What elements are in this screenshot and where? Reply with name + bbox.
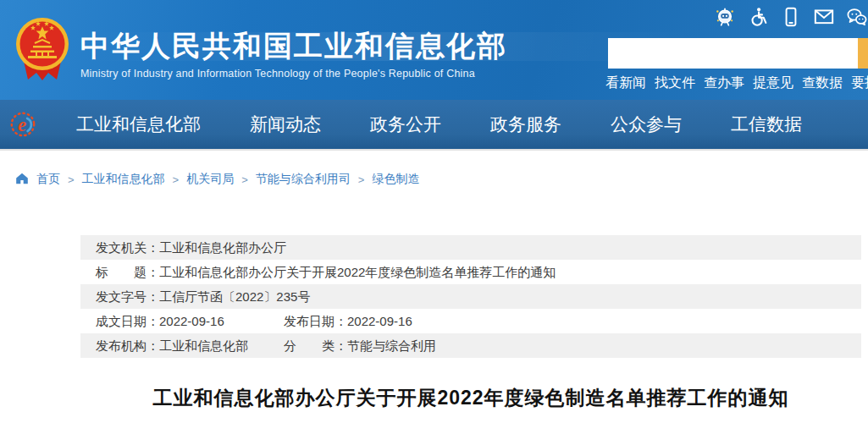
accessibility-icon[interactable] <box>747 6 769 28</box>
search-input[interactable] <box>608 38 858 69</box>
quick-link-5[interactable]: 要投诉 <box>851 74 868 92</box>
doc-field-value: 节能与综合利用 <box>347 338 436 353</box>
mascot-robot-icon[interactable] <box>714 6 736 28</box>
home-icon[interactable] <box>15 172 29 185</box>
doc-field-label: 发文字号： <box>96 289 159 304</box>
nav-item-2[interactable]: 政务公开 <box>370 113 441 136</box>
nav-item-5[interactable]: 工信数据 <box>731 113 802 136</box>
breadcrumb-separator: > <box>241 173 248 186</box>
doc-info-row: 发布机构：工业和信息化部分 类：节能与综合利用 <box>80 333 861 358</box>
doc-field-label: 发布日期： <box>284 314 347 328</box>
breadcrumb-item-4[interactable]: 绿色制造 <box>372 172 419 187</box>
header-utility-icons <box>714 6 868 28</box>
doc-field-label: 标 题： <box>96 265 159 279</box>
doc-field-value: 工业和信息化部办公厅 <box>159 240 286 255</box>
breadcrumb-separator: > <box>173 173 180 186</box>
quick-link-0[interactable]: 看新闻 <box>605 74 646 92</box>
main-nav: e 工业和信息化部新闻动态政务公开政务服务公众参与工信数据 <box>0 100 868 149</box>
doc-info-row: 标 题：工业和信息化部办公厅关于开展2022年度绿色制造名单推荐工作的通知 <box>80 260 861 284</box>
doc-field-value: 工业和信息化部 <box>159 338 248 353</box>
doc-field-label: 分 类： <box>284 338 347 353</box>
mobile-icon[interactable] <box>780 6 802 28</box>
site-titles: 中华人民共和国工业和信息化部 Ministry of Industry and … <box>80 30 507 80</box>
site-search <box>608 38 868 69</box>
quick-link-1[interactable]: 找文件 <box>655 74 695 92</box>
doc-field: 成文日期：2022-09-16 <box>96 309 284 333</box>
doc-field: 标 题：工业和信息化部办公厅关于开展2022年度绿色制造名单推荐工作的通知 <box>96 260 556 284</box>
nav-item-1[interactable]: 新闻动态 <box>250 113 321 136</box>
header-quick-links: 看新闻找文件查办事提意见查数据要投诉 <box>605 74 868 92</box>
search-button[interactable] <box>858 38 868 69</box>
breadcrumb-item-3[interactable]: 节能与综合利用司 <box>256 172 351 187</box>
national-emblem-logo <box>15 15 69 90</box>
nav-item-0[interactable]: 工业和信息化部 <box>76 113 201 136</box>
breadcrumb-separator: > <box>68 173 75 186</box>
doc-info-row: 成文日期：2022-09-16发布日期：2022-09-16 <box>80 309 861 333</box>
article-title: 工业和信息化部办公厅关于开展2022年度绿色制造名单推荐工作的通知 <box>80 385 861 411</box>
site-subtitle-english: Ministry of Industry and Information Tec… <box>80 68 507 80</box>
site-title: 中华人民共和国工业和信息化部 <box>80 30 507 62</box>
quick-link-4[interactable]: 查数据 <box>802 74 843 92</box>
doc-field-label: 发文机关： <box>96 240 159 255</box>
breadcrumb-item-2[interactable]: 机关司局 <box>186 172 234 187</box>
doc-info-row: 发文机关：工业和信息化部办公厅 <box>80 235 861 260</box>
site-header: 中华人民共和国工业和信息化部 Ministry of Industry and … <box>0 0 868 100</box>
doc-field-value: 工业和信息化部办公厅关于开展2022年度绿色制造名单推荐工作的通知 <box>159 265 556 279</box>
miit-e-logo-icon: e <box>8 110 37 139</box>
doc-field: 发布日期：2022-09-16 <box>284 309 412 333</box>
doc-field: 发文字号：工信厅节函〔2022〕235号 <box>96 284 310 309</box>
doc-field-value: 2022-09-16 <box>347 314 412 328</box>
mail-icon[interactable] <box>813 6 835 28</box>
miit-webpage: 中华人民共和国工业和信息化部 Ministry of Industry and … <box>0 0 868 445</box>
breadcrumb: 首页>工业和信息化部>机关司局>节能与综合利用司>绿色制造 <box>15 172 419 187</box>
doc-field-label: 成文日期： <box>96 314 159 328</box>
breadcrumb-separator: > <box>358 173 365 186</box>
breadcrumb-items: 首页>工业和信息化部>机关司局>节能与综合利用司>绿色制造 <box>36 172 419 187</box>
nav-menu: 工业和信息化部新闻动态政务公开政务服务公众参与工信数据 <box>76 113 802 136</box>
doc-field-value: 2022-09-16 <box>159 314 224 328</box>
doc-field: 发布机构：工业和信息化部 <box>96 333 284 358</box>
svg-text:e: e <box>18 114 26 135</box>
doc-field-label: 发布机构： <box>96 338 159 353</box>
nav-item-4[interactable]: 公众参与 <box>611 113 682 136</box>
breadcrumb-item-0[interactable]: 首页 <box>36 172 60 187</box>
doc-field: 分 类：节能与综合利用 <box>284 333 436 358</box>
quick-link-3[interactable]: 提意见 <box>753 74 793 92</box>
wechat-icon[interactable] <box>846 6 868 28</box>
document-info-table: 发文机关：工业和信息化部办公厅标 题：工业和信息化部办公厅关于开展2022年度绿… <box>80 235 861 358</box>
breadcrumb-item-1[interactable]: 工业和信息化部 <box>82 172 165 187</box>
doc-info-row: 发文字号：工信厅节函〔2022〕235号 <box>80 284 861 309</box>
quick-link-2[interactable]: 查办事 <box>704 74 744 92</box>
nav-item-3[interactable]: 政务服务 <box>490 113 561 136</box>
doc-field: 发文机关：工业和信息化部办公厅 <box>96 235 286 260</box>
doc-field-value: 工信厅节函〔2022〕235号 <box>159 289 310 304</box>
